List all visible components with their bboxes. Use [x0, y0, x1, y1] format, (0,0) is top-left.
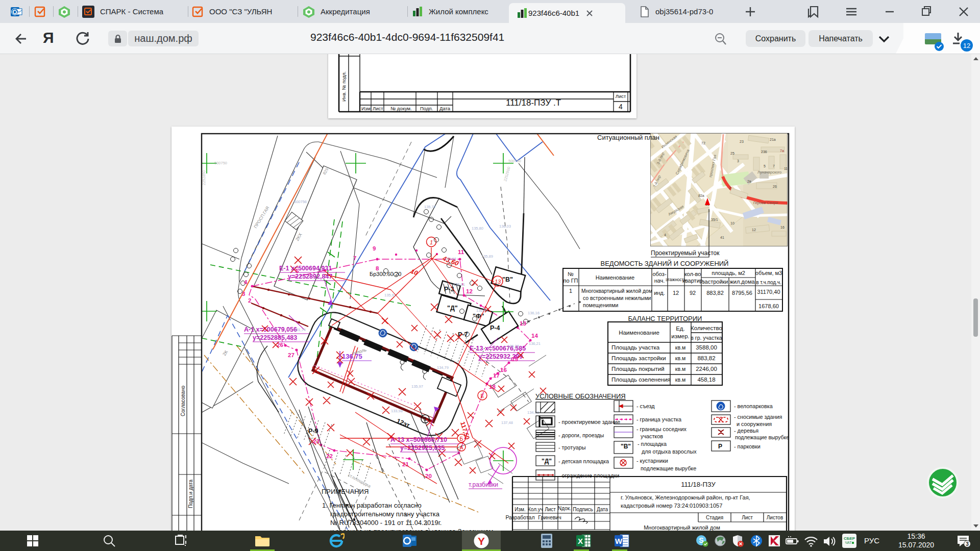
svg-text:жил.дома: жил.дома — [729, 279, 755, 285]
svg-text:Nдок.: Nдок. — [558, 506, 571, 511]
svg-text:А-1 x=500679,056: А-1 x=500679,056 — [244, 326, 297, 333]
svg-text:135,63: 135,63 — [445, 257, 456, 261]
svg-text:135,89: 135,89 — [481, 254, 493, 259]
svg-text:1: 1 — [569, 288, 572, 294]
svg-text:22: 22 — [326, 453, 333, 459]
svg-text:- велопарковка: - велопарковка — [734, 403, 773, 409]
svg-text:квартир: квартир — [682, 278, 703, 284]
svg-text:136,75: 136,75 — [342, 353, 362, 360]
svg-text:2246,00: 2246,00 — [696, 366, 717, 372]
svg-text:12: 12 — [963, 42, 970, 49]
svg-text:Многоквартирный жилой дом: Многоквартирный жилой дом — [644, 524, 720, 531]
svg-text:А: А — [459, 444, 463, 450]
svg-text:кв.м: кв.м — [675, 344, 685, 350]
svg-text:БАЛАНС ТЕРРИТОРИИ: БАЛАНС ТЕРРИТОРИИ — [628, 315, 702, 322]
svg-text:Гриневич: Гриневич — [538, 514, 561, 520]
svg-text:3: 3 — [966, 541, 969, 547]
svg-text:Проектируемый участок: Проектируемый участок — [651, 249, 720, 257]
svg-text:Кол.уч: Кол.уч — [528, 507, 543, 512]
svg-text:ПРИМЕЧАНИЯ: ПРИМЕЧАНИЯ — [322, 488, 369, 495]
svg-text:136,03: 136,03 — [499, 224, 511, 229]
svg-text:y=2252892,847: y=2252892,847 — [288, 273, 332, 280]
svg-text:136,16: 136,16 — [528, 311, 540, 315]
svg-text:1: 1 — [430, 239, 433, 245]
svg-text:7: 7 — [353, 255, 356, 261]
svg-text:12эт: 12эт — [396, 417, 411, 429]
svg-text:3588,00: 3588,00 — [696, 344, 717, 350]
svg-text:Б: Б — [460, 436, 463, 442]
svg-text:135,97: 135,97 — [411, 384, 423, 389]
svg-text:7: 7 — [773, 164, 775, 168]
svg-text:16: 16 — [780, 226, 785, 229]
svg-text:8795,56: 8795,56 — [732, 290, 752, 296]
svg-text:4: 4 — [664, 233, 666, 237]
svg-text:111/18-ПЗУ .Т: 111/18-ПЗУ .Т — [506, 98, 561, 108]
svg-text:Подпись: Подпись — [573, 507, 593, 512]
svg-text:135,81: 135,81 — [453, 282, 465, 287]
svg-text:500750: 500750 — [508, 159, 521, 163]
svg-text:градостроительному плану участ: градостроительному плану участка — [330, 510, 440, 518]
svg-text:82а: 82а — [698, 194, 704, 197]
svg-text:Героев Свири: Героев Свири — [753, 201, 778, 205]
svg-text:помещениями: помещениями — [583, 302, 619, 308]
svg-text:3: 3 — [242, 291, 245, 297]
svg-text:Площадь озеленения: Площадь озеленения — [611, 377, 671, 383]
svg-text:133,98: 133,98 — [391, 409, 403, 413]
svg-text:Изм: Изм — [361, 106, 371, 111]
svg-text:Лист: Лист — [373, 106, 383, 111]
svg-text:- парковки: - парковки — [734, 443, 761, 449]
svg-text:"Д": "Д" — [542, 458, 552, 465]
svg-text:Р-4: Р-4 — [490, 324, 500, 332]
svg-text:Лист: Лист — [545, 507, 556, 512]
svg-text:5: 5 — [764, 164, 766, 168]
svg-text:23: 23 — [740, 140, 744, 143]
svg-text:2в: 2в — [747, 180, 751, 183]
svg-text:y=2252925,035: y=2252925,035 — [400, 444, 445, 452]
svg-text:18: 18 — [489, 384, 496, 390]
svg-text:135,80: 135,80 — [472, 226, 483, 231]
svg-text:4: 4 — [619, 103, 623, 111]
svg-text:41: 41 — [720, 236, 724, 239]
svg-text:Е: Е — [480, 393, 484, 399]
svg-text:Площадь застройки: Площадь застройки — [611, 355, 666, 361]
svg-text:застройки: застройки — [702, 279, 728, 285]
svg-text:Ед.: Ед. — [676, 325, 685, 332]
svg-text:Разработал: Разработал — [505, 514, 534, 520]
svg-text:2: 2 — [248, 297, 251, 304]
svg-text:7а: 7а — [780, 149, 784, 153]
svg-text:23: 23 — [313, 438, 320, 444]
svg-text:Согласовано: Согласовано — [180, 385, 186, 416]
svg-text:- тротуары: - тротуары — [558, 444, 586, 450]
svg-text:Подп.и дата: Подп.и дата — [188, 479, 193, 508]
svg-text:13: 13 — [495, 279, 501, 285]
svg-text:- детская площадка: - детская площадка — [558, 458, 609, 464]
svg-text:инд.: инд. — [654, 290, 665, 296]
svg-text:Наименование: Наименование — [596, 274, 634, 281]
svg-text:в т.ч.под.ч.: в т.ч.под.ч. — [756, 280, 781, 285]
svg-text:Наименование: Наименование — [619, 330, 659, 336]
svg-text:13: 13 — [520, 320, 526, 327]
svg-text:2252850: 2252850 — [202, 170, 206, 185]
svg-text:"В": "В" — [621, 443, 631, 450]
svg-text:1678,60: 1678,60 — [758, 303, 779, 309]
svg-text:№ докум.: № докум. — [390, 106, 412, 111]
svg-text:27: 27 — [288, 352, 295, 358]
svg-text:УСЛОВНЫЕ ОБОЗНАЧЕНИЯ: УСЛОВНЫЕ ОБОЗНАЧЕНИЯ — [535, 392, 626, 400]
svg-text:1. Генплан разработан согласн: 1. Генплан разработан согласно — [322, 502, 422, 509]
svg-text:72: 72 — [701, 141, 705, 145]
svg-text:подлежащие вырубке: подлежащие вырубке — [735, 434, 789, 440]
svg-text:- деревья: - деревья — [734, 428, 758, 434]
svg-text:Лист: Лист — [742, 515, 753, 520]
svg-text:9: 9 — [373, 245, 376, 252]
svg-text:135,77: 135,77 — [424, 205, 436, 209]
svg-text:А-13 x=500660,710: А-13 x=500660,710 — [390, 436, 447, 443]
svg-text:21а: 21а — [770, 138, 776, 141]
svg-text:Изм.: Изм. — [514, 507, 525, 512]
svg-text:участков: участков — [641, 433, 663, 439]
svg-text:136,22: 136,22 — [507, 344, 519, 348]
svg-text:883,82: 883,82 — [706, 290, 724, 296]
svg-text:- площадка: - площадка — [638, 441, 667, 447]
svg-text:5: 5 — [296, 268, 299, 274]
svg-text:нач.: нач. — [654, 278, 665, 284]
svg-text:17: 17 — [493, 372, 500, 379]
